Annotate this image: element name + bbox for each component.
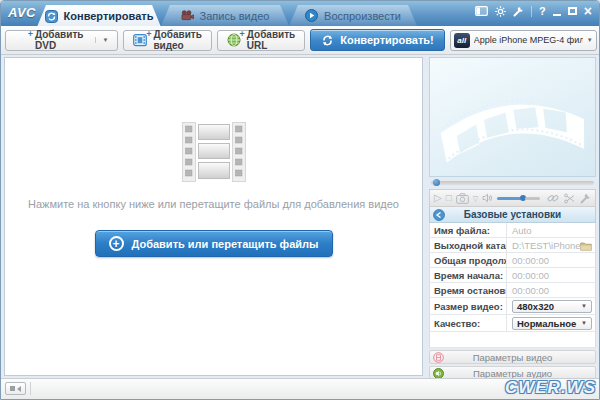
window-controls: ? × <box>475 5 592 17</box>
tab-convert[interactable]: Конвертировать <box>37 5 161 27</box>
setting-row-duration: Общая продолжительность: 00:00:00 <box>429 253 596 268</box>
tab-convert-label: Конвертировать <box>64 10 154 22</box>
basic-settings-title: Базовые установки <box>464 209 562 220</box>
tools-wrench-icon[interactable] <box>580 193 591 204</box>
wrench-icon[interactable] <box>513 6 524 17</box>
file-list-drop-area[interactable]: Нажмите на кнопку ниже или перетащите фа… <box>4 57 423 376</box>
collapse-arrow-icon <box>433 209 445 221</box>
toggle-list-view-button[interactable] <box>5 382 26 395</box>
volume-slider[interactable] <box>497 195 540 201</box>
video-params-icon <box>433 352 444 363</box>
preset-caret: ▼ <box>587 37 593 43</box>
controls-divider <box>531 6 532 17</box>
tab-play-label: Воспроизвести <box>324 10 401 22</box>
video-params-label: Параметры видео <box>473 352 553 363</box>
add-url-label: Добавить URL <box>247 29 295 51</box>
close-button[interactable]: × <box>584 5 592 17</box>
toolbar: + Добавить DVD ▼ + Добавить видео <box>1 26 599 55</box>
audio-params-label: Параметры аудио <box>473 368 552 379</box>
tab-record-label: Запись видео <box>200 10 270 22</box>
add-video-label: Добавить видео <box>153 29 201 51</box>
stop-button[interactable]: □ <box>446 193 452 203</box>
filename-value[interactable]: Auto <box>507 223 595 237</box>
seek-track[interactable] <box>431 181 594 185</box>
app-window: AVC Конвертировать Запись видео <box>0 0 600 400</box>
dvd-dropdown-caret[interactable]: ▼ <box>95 37 108 43</box>
seek-bar[interactable] <box>429 177 596 189</box>
settings-spacer <box>429 332 596 348</box>
player-controls: ▷ □ ▽ <box>429 189 596 207</box>
preset-dropdown[interactable]: all Apple iPhone MPEG-4 фильм (*.mp4) ▼ <box>450 30 597 51</box>
convert-button[interactable]: Конвертировать! <box>310 29 445 51</box>
quality-select[interactable]: Нормальное ▼ <box>512 317 592 330</box>
play-button[interactable]: ▷ <box>434 193 442 203</box>
titlebar: AVC Конвертировать Запись видео <box>1 1 599 26</box>
setting-row-quality: Качество: Нормальное ▼ <box>429 315 596 332</box>
right-panel: ▷ □ ▽ <box>429 57 596 380</box>
tab-strip: Конвертировать Запись видео Воспроизвест… <box>37 5 417 26</box>
add-files-button[interactable]: + Добавить или перетащить файлы <box>95 230 333 257</box>
plus-circle-icon: + <box>109 236 124 251</box>
snapshot-camera-icon[interactable] <box>456 193 469 204</box>
add-video-icon: + <box>133 33 147 47</box>
add-dvd-label: Добавить DVD <box>35 29 83 51</box>
app-logo: AVC <box>8 5 36 20</box>
help-button[interactable]: ? <box>539 5 546 17</box>
output-dir-value[interactable]: D:\TEST\iPhone <box>507 238 580 252</box>
add-dvd-button[interactable]: + Добавить DVD ▼ <box>5 30 118 51</box>
seek-thumb[interactable] <box>433 179 440 186</box>
add-url-button[interactable]: + Добавить URL <box>217 30 305 51</box>
globe-icon: + <box>227 33 241 47</box>
all-profiles-badge: all <box>454 33 470 48</box>
snapshot-dropdown[interactable]: ▽ <box>473 195 478 202</box>
grid-view-icon <box>10 386 15 391</box>
camcorder-icon <box>181 9 194 22</box>
setting-row-video-size: Размер видео: 480x320 ▼ <box>429 298 596 315</box>
drop-hint-text: Нажмите на кнопку ниже или перетащите фа… <box>5 198 422 210</box>
setting-row-output-dir: Выходной каталог: D:\TEST\iPhone <box>429 238 596 253</box>
scissors-icon[interactable] <box>564 193 575 204</box>
setting-row-stop-time: Время остановки: 00:00:00 <box>429 283 596 298</box>
statusbar-divider <box>30 382 31 395</box>
basic-settings-header[interactable]: Базовые установки <box>429 207 596 223</box>
duration-value: 00:00:00 <box>507 253 595 267</box>
start-time-value[interactable]: 00:00:00 <box>507 268 595 282</box>
quality-caret: ▼ <box>581 320 587 326</box>
video-size-caret: ▼ <box>581 303 587 309</box>
setting-row-start-time: Время начала: 00:00:00 <box>429 268 596 283</box>
stop-time-value[interactable]: 00:00:00 <box>507 283 595 297</box>
watermark: CWER.WS <box>505 378 596 398</box>
convert-tab-icon <box>45 10 58 23</box>
link-chain-icon[interactable] <box>547 192 559 204</box>
minimize-button[interactable] <box>553 14 561 16</box>
convert-button-label: Конвертировать! <box>340 34 434 46</box>
add-video-button[interactable]: + Добавить видео <box>123 30 211 51</box>
preview-area <box>429 57 596 177</box>
dvd-disc-icon: + <box>15 33 29 47</box>
video-size-select[interactable]: 480x320 ▼ <box>512 300 592 313</box>
add-files-label: Добавить или перетащить файлы <box>132 238 319 250</box>
gear-icon[interactable] <box>495 6 506 17</box>
setting-row-filename: Имя файла: Auto <box>429 223 596 238</box>
panel-toggle-icon[interactable] <box>475 6 488 16</box>
convert-arrows-icon <box>321 34 334 47</box>
speaker-icon[interactable] <box>482 193 493 203</box>
maximize-button[interactable] <box>568 7 577 15</box>
video-params-header[interactable]: Параметры видео <box>429 350 596 364</box>
tab-play[interactable]: Воспроизвести <box>289 5 417 26</box>
browse-folder-icon[interactable] <box>580 241 592 251</box>
preview-film-reel-icon <box>432 66 592 176</box>
tab-record[interactable]: Запись видео <box>161 5 289 26</box>
preset-value: Apple iPhone MPEG-4 фильм (*.mp4) <box>474 35 583 45</box>
film-strip-icon <box>182 122 246 182</box>
play-circle-icon <box>305 9 318 22</box>
collapse-left-icon <box>17 386 21 392</box>
